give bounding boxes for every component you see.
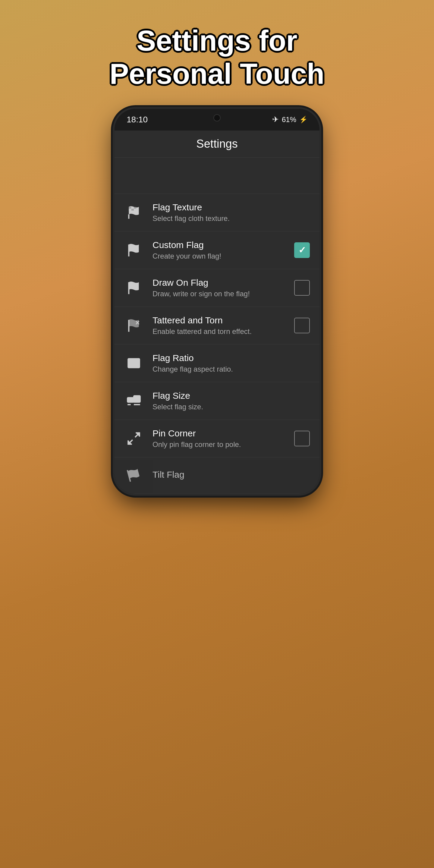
- app-bar-title: Settings: [196, 137, 238, 150]
- pin-corner-text: Pin Corner Only pin flag corner to pole.: [153, 428, 288, 449]
- settings-item-custom-flag[interactable]: + Custom Flag Create your own flag!: [115, 231, 319, 269]
- flag-ratio-title: Flag Ratio: [153, 353, 310, 363]
- flag-texture-title: Flag Texture: [153, 202, 310, 213]
- svg-rect-5: [129, 209, 131, 210]
- phone-frame: 18:10 ✈ 61% ⚡ Settings: [115, 109, 319, 494]
- tilt-flag-text: Tilt Flag: [153, 470, 310, 482]
- settings-item-pin-corner[interactable]: Pin Corner Only pin flag corner to pole.: [115, 420, 319, 458]
- checkbox-checked-custom-flag[interactable]: [294, 242, 310, 258]
- custom-flag-title: Custom Flag: [153, 240, 288, 250]
- battery-icon: ⚡: [299, 116, 307, 124]
- svg-rect-15: [127, 398, 134, 402]
- svg-rect-6: [134, 209, 136, 210]
- settings-item-flag-ratio[interactable]: Flag Ratio Change flag aspect ratio.: [115, 344, 319, 382]
- pin-corner-icon: [124, 429, 144, 448]
- settings-item-flag-size[interactable]: Flag Size Select flag size.: [115, 382, 319, 420]
- custom-flag-text: Custom Flag Create your own flag!: [153, 240, 288, 260]
- camera-notch: [213, 114, 221, 121]
- custom-flag-checkbox[interactable]: [294, 242, 310, 258]
- app-bar: Settings: [115, 130, 319, 158]
- flag-ratio-text: Flag Ratio Change flag aspect ratio.: [153, 353, 310, 373]
- tattered-torn-icon: ✕: [124, 316, 144, 335]
- status-right: ✈ 61% ⚡: [272, 115, 307, 124]
- checkbox-unchecked-tattered[interactable]: [294, 318, 310, 333]
- settings-item-tattered-torn[interactable]: ✕ Tattered and Torn Enable tattered and …: [115, 307, 319, 344]
- pin-corner-checkbox[interactable]: [294, 431, 310, 446]
- flag-ratio-subtitle: Change flag aspect ratio.: [153, 365, 310, 373]
- settings-item-flag-texture[interactable]: Flag Texture Select flag cloth texture.: [115, 194, 319, 231]
- svg-rect-16: [134, 396, 140, 402]
- pin-corner-title: Pin Corner: [153, 428, 288, 438]
- flag-size-subtitle: Select flag size.: [153, 403, 310, 411]
- checkbox-unchecked-pin[interactable]: [294, 431, 310, 446]
- svg-rect-1: [129, 207, 131, 209]
- svg-rect-12: [128, 359, 140, 367]
- settings-item-tilt-flag[interactable]: Tilt Flag: [115, 458, 319, 494]
- tattered-torn-checkbox[interactable]: [294, 318, 310, 333]
- airplane-icon: ✈: [272, 115, 279, 124]
- svg-rect-2: [131, 209, 134, 210]
- empty-section: [115, 158, 319, 194]
- flag-size-icon: [124, 391, 144, 410]
- pin-corner-subtitle: Only pin flag corner to pole.: [153, 440, 288, 449]
- draw-on-flag-text: Draw On Flag Draw, write or sign on the …: [153, 278, 288, 298]
- tattered-torn-subtitle: Enable tattered and torn effect.: [153, 327, 288, 336]
- custom-flag-icon: +: [124, 241, 144, 260]
- settings-list: Flag Texture Select flag cloth texture. …: [115, 158, 319, 494]
- svg-rect-4: [131, 207, 134, 209]
- draw-on-flag-icon: [124, 278, 144, 298]
- status-time: 18:10: [127, 115, 148, 124]
- svg-rect-3: [134, 207, 136, 209]
- flag-texture-subtitle: Select flag cloth texture.: [153, 214, 310, 223]
- flag-size-text: Flag Size Select flag size.: [153, 391, 310, 411]
- draw-on-flag-subtitle: Draw, write or sign on the flag!: [153, 290, 288, 298]
- flag-texture-icon: [124, 203, 144, 222]
- draw-on-flag-title: Draw On Flag: [153, 278, 288, 288]
- flag-texture-text: Flag Texture Select flag cloth texture.: [153, 202, 310, 223]
- tattered-torn-title: Tattered and Torn: [153, 315, 288, 326]
- flag-size-title: Flag Size: [153, 391, 310, 401]
- checkbox-unchecked-draw-flag[interactable]: [294, 280, 310, 296]
- settings-item-draw-on-flag[interactable]: Draw On Flag Draw, write or sign on the …: [115, 269, 319, 307]
- draw-on-flag-checkbox[interactable]: [294, 280, 310, 296]
- flag-ratio-icon: [124, 353, 144, 373]
- tattered-torn-text: Tattered and Torn Enable tattered and to…: [153, 315, 288, 336]
- svg-text:✕: ✕: [135, 320, 140, 326]
- page-title: Settings for Personal Touch: [79, 0, 354, 109]
- battery-percent: 61%: [282, 116, 296, 124]
- svg-text:+: +: [135, 245, 138, 251]
- tilt-flag-icon: [124, 466, 144, 485]
- custom-flag-subtitle: Create your own flag!: [153, 252, 288, 260]
- tilt-flag-title: Tilt Flag: [153, 470, 310, 480]
